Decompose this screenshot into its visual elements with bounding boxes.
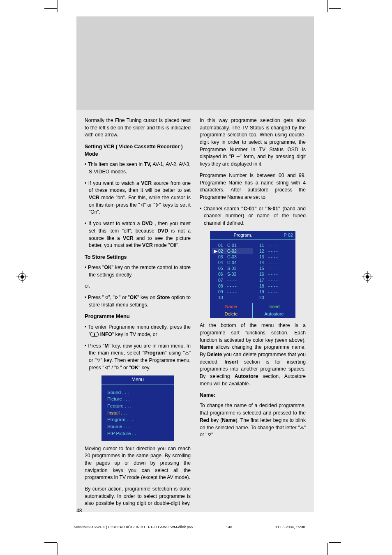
program-row: 19- - - -: [253, 289, 294, 295]
program-osd-footer: Name Insert Delete Autostore: [210, 303, 295, 318]
program-row: 03C-03: [212, 254, 253, 260]
name-section-heading: Name:: [200, 391, 306, 399]
crop-mark: [44, 8, 57, 9]
after-menu-paragraph: Moving cursor to four direction you can …: [85, 445, 191, 481]
program-row: 13- - - -: [253, 254, 294, 260]
program-row: 12- - - -: [253, 248, 294, 254]
vcr-bullet-2: If you want to watch a VCR source from o…: [85, 180, 191, 216]
program-footer-delete: Delete: [210, 311, 253, 318]
triangle-right-icon: [115, 295, 119, 299]
vcr-bullet-3: If you want to watch a DVD , then you mu…: [85, 220, 191, 249]
program-osd-number: P 02: [273, 232, 293, 239]
menu-item: Feature . . .: [107, 403, 170, 410]
program-row: 08- - - -: [212, 283, 253, 289]
program-row: 14- - - -: [253, 260, 294, 265]
crop-mark: [58, 543, 58, 555]
program-row: 04C-04: [212, 260, 253, 265]
menu-osd-title: Menu: [101, 375, 174, 386]
menu-osd-box: Menu Sound . . .Picture . . .Feature . .…: [101, 375, 174, 441]
triangle-left-icon: [140, 203, 144, 207]
svg-rect-10: [94, 334, 95, 336]
menu-item: Picture . . .: [107, 396, 170, 403]
svg-point-9: [94, 333, 95, 334]
store-or: or,: [85, 283, 191, 290]
triangle-right-icon: [155, 203, 159, 207]
menu-item: Install . . .: [107, 410, 170, 417]
footer-datetime: 11.05.2004, 15:30: [275, 525, 386, 529]
crop-mark: [329, 8, 341, 9]
menu-item: Source . . .: [107, 423, 170, 430]
menu-item: PIP Picture . . .: [107, 430, 170, 437]
program-row: 06S-02: [212, 271, 253, 277]
program-row: ▶02C-02: [212, 248, 253, 254]
program-footer-name: Name: [210, 303, 253, 311]
program-row: 18- - - -: [253, 283, 294, 289]
triangle-up-icon: [185, 351, 189, 355]
program-row: 07- - - -: [212, 277, 253, 283]
store-bullet-2: Press "", "" or "OK" key on Store option…: [85, 294, 191, 309]
intro-paragraph: Normally the Fine Tuning cursor is place…: [85, 117, 191, 139]
program-row: 11- - - -: [253, 242, 294, 248]
col2-bullet-1: Channel search "C-01" or "S-01" (band an…: [200, 205, 306, 227]
programme-menu-heading: Programme Menu: [85, 313, 191, 320]
footer-line: 50052932-1552UK (TOSHIBA UK)17 INCH TFT-…: [74, 525, 386, 529]
program-row: 10- - - -: [212, 295, 253, 300]
header-gray-block: [76, 16, 314, 110]
program-footer-insert: Insert: [253, 303, 295, 311]
crop-mark: [327, 0, 328, 12]
col2-paragraph-2: Programme Number is between 00 and 99. P…: [200, 172, 306, 201]
triangle-right-icon: [116, 366, 120, 370]
content-columns: Normally the Fine Tuning cursor is place…: [76, 110, 314, 512]
program-osd-header: Program. P 02: [210, 231, 295, 240]
name-section-paragraph: To change the name of a decided programm…: [200, 402, 306, 438]
crop-mark: [44, 542, 57, 543]
program-footer-autostore: Autostore: [253, 311, 295, 318]
footer-page: 148: [226, 525, 275, 529]
registration-mark-icon: [362, 271, 373, 283]
after-program-paragraph: At the bottom of the menu there is a pro…: [200, 322, 306, 387]
crop-mark: [327, 543, 328, 555]
triangle-down-icon: [97, 358, 101, 362]
program-row: 20- - - -: [253, 295, 294, 300]
vcr-heading: Setting VCR ( Video Cassette Recorder ) …: [85, 143, 191, 158]
store-bullet-1: Press "OK" key on the remote control to …: [85, 264, 191, 279]
triangle-left-icon: [104, 366, 108, 370]
program-osd-box: Program. P 02 01C-01▶02C-0203C-0304C-040…: [210, 231, 295, 318]
menu-item: Sound . . .: [107, 389, 170, 396]
info-icon: [90, 332, 99, 337]
crop-mark: [329, 542, 341, 543]
program-row: 09- - - -: [212, 289, 253, 295]
program-row: 17- - - -: [253, 277, 294, 283]
menu-item: Program . . .: [107, 416, 170, 423]
manual-page: Normally the Fine Tuning cursor is place…: [70, 16, 321, 526]
triangle-down-icon: [208, 433, 212, 437]
footer-filename: 50052932-1552UK (TOSHIBA UK)17 INCH TFT-…: [74, 525, 226, 529]
program-row: 01C-01: [212, 242, 253, 248]
program-osd-title: Program.: [212, 232, 273, 239]
store-heading: To Store Settings: [85, 253, 191, 261]
page-number: 48: [76, 506, 86, 514]
program-row: 16- - - -: [253, 271, 294, 277]
registration-mark-icon: [16, 271, 28, 283]
program-osd-grid: 01C-01▶02C-0203C-0304C-0405S-0106S-0207-…: [210, 240, 295, 303]
triangle-left-icon: [104, 295, 108, 299]
triangle-up-icon: [300, 426, 304, 430]
progmenu-bullet-1: To enter Programme menu directly, press …: [85, 324, 191, 338]
program-row: 05S-01: [212, 265, 253, 271]
progmenu-bullet-2: Press "M" key, now you are in main menu.…: [85, 343, 191, 372]
crop-mark: [58, 0, 58, 12]
program-row: 15- - - -: [253, 265, 294, 271]
menu-osd-items: Sound . . .Picture . . .Feature . . .Ins…: [101, 387, 174, 441]
vcr-bullet-1: This item can be seen in TV, AV-1, AV-2,…: [85, 161, 191, 175]
